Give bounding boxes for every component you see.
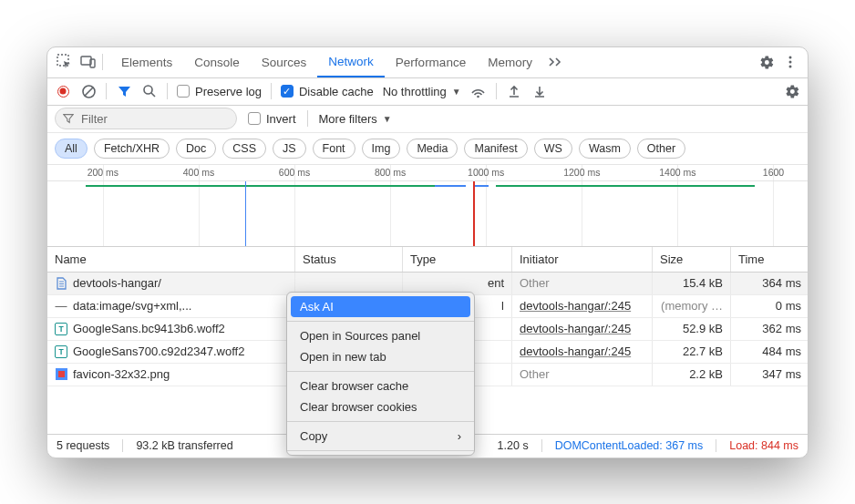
col-time[interactable]: Time (731, 247, 808, 272)
tab-memory[interactable]: Memory (477, 47, 543, 77)
cell-time: 362 ms (762, 322, 801, 335)
cell-size: 22.7 kB (683, 345, 723, 358)
tab-elements[interactable]: Elements (110, 47, 183, 77)
cell-name: GoogleSans.bc9413b6.woff2 (73, 322, 225, 335)
tab-performance[interactable]: Performance (385, 47, 477, 77)
kebab-menu-icon[interactable] (780, 52, 800, 72)
preserve-log-checkbox[interactable]: Preserve log (177, 85, 262, 98)
chip-doc[interactable]: Doc (176, 139, 216, 159)
upload-har-icon[interactable] (506, 83, 522, 99)
settings-gear-icon[interactable] (757, 52, 777, 72)
record-button[interactable] (55, 83, 71, 99)
top-tabstrip: Elements Console Sources Network Perform… (47, 47, 808, 78)
context-menu: Ask AI Open in Sources panel Open in new… (286, 292, 475, 456)
cell-type: ent (488, 276, 504, 290)
svg-point-4 (789, 61, 792, 64)
throttling-value: No throttling (383, 85, 447, 98)
font-icon: T (55, 323, 67, 335)
tab-label: Console (194, 56, 240, 69)
svg-point-3 (789, 57, 792, 59)
chip-media[interactable]: Media (407, 139, 458, 159)
network-timeline[interactable]: 200 ms 400 ms 600 ms 800 ms 1000 ms 1200… (47, 165, 808, 247)
table-header-row: Name Status Type Initiator Size Time (47, 247, 808, 273)
network-settings-gear-icon[interactable] (784, 83, 800, 99)
cell-initiator[interactable]: devtools-hangar/:245 (520, 322, 631, 335)
ctx-copy[interactable]: Copy› (287, 426, 474, 447)
col-name[interactable]: Name (47, 247, 295, 272)
chevron-double-right-icon (549, 57, 565, 67)
cell-name: data:image/svg+xml,... (73, 299, 191, 313)
filter-placeholder: Filter (81, 112, 108, 126)
device-toggle-icon[interactable] (78, 52, 98, 72)
filter-funnel-icon[interactable] (116, 83, 132, 99)
status-transferred: 93.2 kB transferred (136, 439, 232, 452)
tab-sources[interactable]: Sources (251, 47, 318, 77)
cell-initiator[interactable]: devtools-hangar/:245 (520, 345, 631, 358)
cell-initiator: Other (520, 276, 550, 290)
network-toolbar: Preserve log ✓ Disable cache No throttli… (47, 78, 808, 106)
ctx-open-sources[interactable]: Open in Sources panel (287, 325, 474, 346)
col-initiator[interactable]: Initiator (512, 247, 653, 272)
svg-rect-15 (58, 371, 65, 377)
tab-label: Network (328, 55, 374, 68)
chip-manifest[interactable]: Manifest (464, 139, 527, 159)
cell-initiator[interactable]: devtools-hangar/:245 (520, 299, 631, 313)
chip-ws[interactable]: WS (534, 139, 572, 159)
cell-size: (memory … (661, 299, 723, 313)
svg-line-9 (151, 93, 155, 97)
chip-all[interactable]: All (55, 139, 88, 159)
image-icon (55, 368, 67, 381)
separator (167, 83, 168, 99)
tab-console[interactable]: Console (183, 47, 251, 77)
cell-size: 2.2 kB (689, 367, 723, 381)
ctx-open-new-tab[interactable]: Open in new tab (287, 346, 474, 367)
filter-input[interactable]: Filter (55, 108, 237, 129)
inspect-element-icon[interactable] (55, 52, 75, 72)
disable-cache-checkbox[interactable]: ✓ Disable cache (281, 85, 374, 98)
preserve-log-label: Preserve log (195, 85, 262, 98)
chip-wasm[interactable]: Wasm (579, 139, 631, 159)
download-har-icon[interactable] (531, 83, 548, 99)
chip-other[interactable]: Other (637, 139, 685, 159)
more-filters-button[interactable]: More filters ▼ (319, 112, 392, 126)
chip-css[interactable]: CSS (222, 139, 266, 159)
data-uri-icon: — (55, 300, 67, 313)
network-conditions-icon[interactable] (470, 83, 487, 99)
tab-network[interactable]: Network (317, 47, 385, 77)
search-icon[interactable] (141, 83, 158, 99)
chip-js[interactable]: JS (273, 139, 306, 159)
document-icon (55, 277, 67, 290)
cell-type: l (501, 299, 504, 313)
separator (307, 110, 308, 127)
cell-time: 347 ms (762, 367, 801, 381)
tab-overflow[interactable] (543, 47, 571, 77)
cell-time: 0 ms (776, 299, 801, 313)
col-status[interactable]: Status (295, 247, 403, 272)
status-elapsed: 1.20 s (498, 439, 529, 452)
chip-font[interactable]: Font (313, 139, 355, 159)
cell-name: GoogleSans700.c92d2347.woff2 (73, 345, 244, 358)
svg-line-7 (85, 87, 93, 96)
chip-img[interactable]: Img (362, 139, 401, 159)
ctx-clear-cookies[interactable]: Clear browser cookies (287, 396, 474, 417)
cell-name: favicon-32x32.png (73, 367, 170, 381)
separator (496, 83, 497, 99)
col-type[interactable]: Type (403, 247, 512, 272)
timeline-tick-labels: 200 ms 400 ms 600 ms 800 ms 1000 ms 1200… (47, 165, 808, 181)
svg-point-5 (789, 66, 792, 68)
chevron-right-icon: › (458, 429, 461, 443)
separator (106, 83, 107, 99)
cell-time: 364 ms (762, 276, 801, 290)
tab-label: Sources (262, 56, 307, 69)
col-size[interactable]: Size (653, 247, 731, 272)
chip-fetch-xhr[interactable]: Fetch/XHR (94, 139, 170, 159)
invert-checkbox[interactable]: Invert (248, 112, 296, 126)
separator (102, 54, 103, 70)
clear-button[interactable] (80, 83, 97, 99)
ctx-ask-ai[interactable]: Ask AI (291, 296, 470, 317)
throttling-select[interactable]: No throttling ▼ (383, 85, 461, 98)
filter-funnel-icon (63, 113, 74, 124)
ctx-clear-cache[interactable]: Clear browser cache (287, 375, 474, 396)
panel-tabs: Elements Console Sources Network Perform… (110, 47, 571, 77)
disable-cache-label: Disable cache (299, 85, 374, 98)
